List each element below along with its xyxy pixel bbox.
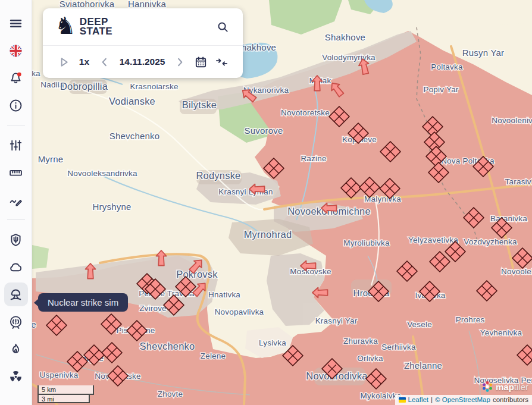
place-label: Vozdvyzhenka bbox=[464, 237, 517, 246]
sidebar-divider bbox=[7, 219, 25, 220]
place-label: Zvirove bbox=[139, 304, 167, 313]
knight-logo-icon: ♞ bbox=[55, 14, 76, 37]
place-label: Orlivka bbox=[357, 354, 383, 363]
maptiler-logo[interactable]: maptiler bbox=[481, 381, 528, 393]
deepstate-panel: ♞ DEEP STATE 1x 14.11.2025 bbox=[43, 8, 243, 78]
place-label: Serhiivka bbox=[381, 343, 416, 351]
maptiler-bold: map bbox=[496, 382, 514, 392]
sidebar-item-radiation[interactable] bbox=[4, 365, 28, 388]
sidebar-item-language[interactable] bbox=[4, 39, 28, 62]
place-label: Prohres bbox=[456, 315, 485, 324]
calendar-button[interactable] bbox=[193, 54, 209, 70]
sidebar-item-filters[interactable] bbox=[4, 133, 28, 157]
converge-arrows-icon bbox=[215, 55, 229, 69]
map-attribution: Leaflet | © OpenStreetMap contributors bbox=[395, 395, 532, 405]
nuclear-strike-sim-tooltip: Nuclear strike sim bbox=[38, 293, 128, 312]
place-label: Zhelanne bbox=[404, 360, 442, 371]
osm-link[interactable]: © OpenStreetMap bbox=[435, 396, 490, 403]
place-label: Razine bbox=[301, 154, 326, 163]
place-label: Baranivka bbox=[490, 214, 527, 223]
chevron-right-icon bbox=[173, 55, 187, 69]
ukraine-flag-icon bbox=[399, 397, 406, 403]
sidebar-divider bbox=[7, 125, 25, 125]
place-label: Yevhenivka bbox=[480, 328, 522, 337]
place-label: Krasnyi Yar bbox=[315, 316, 358, 325]
place-label: Novooleksandrivka bbox=[501, 267, 532, 276]
place-label: Novooleksandrivka bbox=[67, 169, 137, 178]
sidebar-item-info[interactable] bbox=[4, 93, 28, 117]
place-label: Popiv Yar bbox=[423, 85, 458, 94]
tooltip-text: Nuclear strike sim bbox=[48, 297, 118, 307]
play-icon bbox=[57, 55, 71, 69]
hamburger-menu-icon bbox=[8, 16, 23, 31]
leaflet-link[interactable]: Leaflet bbox=[408, 396, 429, 403]
place-label: Zhuravka bbox=[343, 337, 378, 346]
next-day-button[interactable] bbox=[172, 54, 188, 70]
sidebar-item-weather[interactable] bbox=[4, 255, 28, 279]
place-label: Shakhove bbox=[325, 32, 365, 42]
logo-line2: STATE bbox=[80, 27, 112, 36]
cloud-icon bbox=[8, 260, 23, 275]
play-button[interactable] bbox=[56, 54, 72, 70]
sidebar-item-nuclear-sim[interactable] bbox=[4, 282, 28, 306]
place-label: Vesele bbox=[407, 320, 432, 329]
ruler-icon bbox=[8, 165, 23, 180]
attrib-suffix: contributors bbox=[493, 396, 528, 403]
place-label: Tarasivka bbox=[505, 177, 532, 186]
place-label: Volodymyrivka bbox=[322, 53, 375, 62]
sidebar-item-draw[interactable] bbox=[4, 188, 28, 212]
search-button[interactable] bbox=[215, 19, 231, 35]
place-label: Shevchenko bbox=[109, 131, 160, 141]
sidebar-item-fire[interactable] bbox=[4, 337, 28, 361]
sidebar-item-menu[interactable] bbox=[4, 11, 28, 35]
deepstate-app: SviatohorivkaHannivkaShakhoveShakhoveVol… bbox=[0, 0, 532, 405]
trident-shield-icon bbox=[8, 233, 23, 247]
info-icon bbox=[8, 98, 23, 113]
search-icon bbox=[216, 20, 230, 34]
sidebar-item-trident[interactable] bbox=[4, 228, 28, 252]
sidebar-item-epicenter[interactable] bbox=[4, 310, 28, 334]
maptiler-light: tiler bbox=[514, 382, 528, 392]
pen-draw-icon bbox=[8, 193, 23, 208]
attrib-separator: | bbox=[431, 396, 433, 403]
place-label: Rusyn Yar bbox=[462, 48, 504, 58]
maptiler-icon bbox=[481, 381, 493, 393]
jump-to-latest-button[interactable] bbox=[214, 54, 230, 70]
place-label: Bilytske bbox=[182, 99, 217, 110]
place-label: Uspenivka bbox=[40, 371, 79, 379]
sidebar-item-notifications[interactable] bbox=[4, 66, 28, 90]
place-label: Hryshyne bbox=[93, 202, 132, 212]
place-label: Myroliubivka bbox=[343, 238, 390, 247]
place-label: Myrnohrad bbox=[244, 229, 292, 240]
radiation-icon bbox=[8, 369, 23, 384]
flame-icon bbox=[8, 342, 23, 357]
place-label: Novotoretske bbox=[281, 108, 330, 117]
deepstate-logo: ♞ DEEP STATE bbox=[55, 16, 112, 37]
place-label: Krasnoiarske bbox=[130, 82, 178, 91]
place-label: Myrne bbox=[38, 154, 64, 164]
place-label: Novoolenivka bbox=[492, 116, 532, 125]
place-label: Zelene bbox=[201, 351, 226, 360]
place-label: Zhovte bbox=[158, 390, 183, 398]
place-label: Novopavlivka bbox=[215, 307, 264, 316]
uk-flag-icon bbox=[8, 43, 23, 58]
place-label: Rodynske bbox=[196, 170, 241, 181]
calendar-icon bbox=[194, 55, 208, 69]
place-label: Hannivka bbox=[128, 0, 167, 9]
bell-icon bbox=[8, 71, 23, 86]
mushroom-cloud-icon bbox=[8, 287, 23, 302]
place-label: Poltavka bbox=[431, 62, 463, 71]
epicenter-icon bbox=[8, 315, 23, 329]
sidebar-item-measure[interactable] bbox=[4, 161, 28, 184]
place-label: Hnativka bbox=[208, 290, 240, 299]
sidebar bbox=[0, 0, 32, 405]
place-label: Lysivka bbox=[259, 338, 286, 347]
prev-day-button[interactable] bbox=[96, 54, 112, 70]
place-label: Yelyzavetivka bbox=[408, 236, 458, 244]
speed-button[interactable]: 1x bbox=[77, 55, 92, 68]
chevron-left-icon bbox=[98, 55, 111, 69]
place-label: Shevchenko bbox=[140, 341, 195, 351]
place-label: Suvorove bbox=[245, 125, 283, 136]
date-display[interactable]: 14.11.2025 bbox=[117, 55, 168, 68]
scale-mi: 3 mi bbox=[37, 394, 90, 403]
